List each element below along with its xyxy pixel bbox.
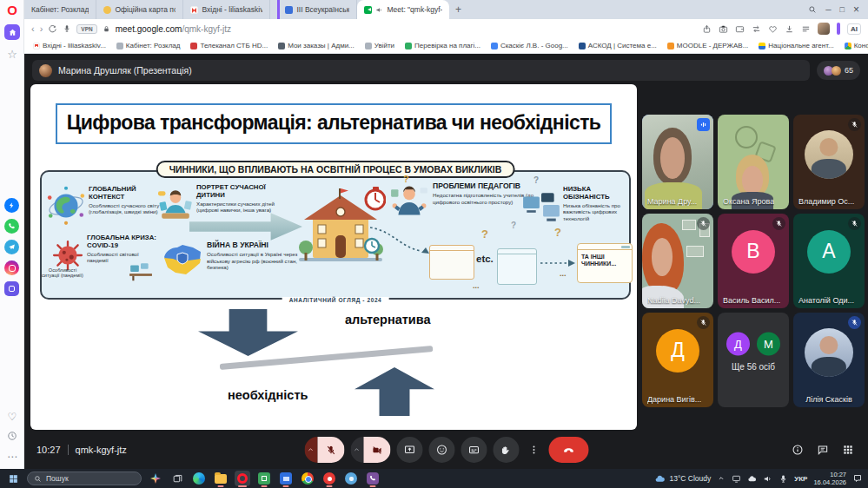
bookmark-item[interactable]: Телеканал СТБ HD...: [190, 42, 268, 49]
participants-pill[interactable]: 65: [817, 61, 860, 80]
camera-off-button[interactable]: [363, 437, 390, 463]
messenger-icon[interactable]: [4, 198, 19, 213]
opera-logo-icon[interactable]: O: [0, 3, 24, 17]
tray-mic-icon[interactable]: [779, 474, 788, 484]
downloads-icon[interactable]: [785, 24, 794, 34]
captions-button[interactable]: [461, 437, 487, 463]
participant-tile[interactable]: Владимир Ос...: [793, 115, 865, 209]
onedrive-icon[interactable]: [747, 474, 757, 484]
present-button[interactable]: [396, 437, 422, 463]
participant-tile[interactable]: Оксана Ярова: [718, 115, 789, 209]
volume-icon[interactable]: [763, 474, 772, 484]
bookmark-item[interactable]: Скаскіє Л.В. - Goog...: [491, 42, 568, 49]
forward-icon[interactable]: ›: [40, 24, 43, 34]
participant-tile[interactable]: Д Дарина Вигів...: [642, 313, 713, 407]
taskbar-app-viber[interactable]: [365, 471, 381, 486]
bookmark-item[interactable]: MOODLE - ДЕРЖАВ...: [667, 42, 749, 49]
reading-list-icon[interactable]: [801, 24, 811, 34]
bookmark-item[interactable]: Перевірка на плагі...: [405, 42, 480, 49]
language-indicator[interactable]: УКР: [794, 475, 807, 483]
notifications-icon[interactable]: [852, 473, 863, 484]
display-icon[interactable]: [732, 474, 741, 484]
bookmark-item[interactable]: Конференція_Мате...: [845, 42, 868, 49]
taskbar-app-green[interactable]: [256, 471, 272, 486]
leave-call-button[interactable]: [548, 437, 588, 463]
participant-tile[interactable]: Nadiia Davyd...: [642, 214, 713, 308]
meeting-details-icon[interactable]: [792, 444, 804, 456]
more-options-button[interactable]: [525, 437, 542, 463]
start-button[interactable]: [5, 471, 21, 486]
aria-sidebar-toggle[interactable]: [837, 23, 840, 35]
activities-grid-icon[interactable]: [842, 444, 854, 456]
taskbar-app-explorer[interactable]: [213, 471, 229, 486]
minimize-button[interactable]: ─: [825, 6, 831, 14]
weather-widget[interactable]: 13°C Cloudy: [654, 473, 711, 485]
maximize-button[interactable]: □: [840, 6, 845, 14]
wallet-icon[interactable]: [735, 24, 745, 34]
camera-control[interactable]: [350, 437, 390, 463]
mic-control[interactable]: [304, 437, 344, 463]
bookmark-item[interactable]: Мои заказы | Адми...: [278, 42, 354, 49]
participant-tile[interactable]: А Анатолій Оди...: [793, 214, 865, 308]
voice-search-icon[interactable]: [63, 24, 71, 33]
bookmark-heart-icon[interactable]: [768, 24, 778, 34]
tab-search-icon[interactable]: [808, 5, 817, 14]
profile-avatar[interactable]: [818, 23, 830, 35]
overflow-tile[interactable]: Д М Ще 56 осіб: [718, 313, 789, 407]
bookmark-item[interactable]: Вхідні - liliaskaskiv...: [33, 42, 106, 49]
taskbar-app-opera[interactable]: [235, 471, 250, 486]
snapshot-icon[interactable]: [719, 24, 728, 34]
reload-icon[interactable]: [48, 24, 57, 34]
sidebar-more-icon[interactable]: [7, 448, 17, 464]
copilot-button[interactable]: [148, 471, 163, 486]
bookmark-item[interactable]: Увійти: [365, 42, 394, 49]
tray-chevron-icon[interactable]: [717, 474, 726, 483]
chat-icon[interactable]: [817, 444, 829, 456]
taskbar-app-blue[interactable]: [278, 471, 294, 486]
mic-options-chevron-icon[interactable]: [304, 437, 317, 463]
taskbar-app-red[interactable]: [321, 471, 337, 486]
ai-badge[interactable]: AI: [847, 23, 861, 35]
participant-tile[interactable]: В Василь Васил...: [718, 214, 789, 308]
reactions-button[interactable]: [428, 437, 454, 463]
bookmarks-button[interactable]: [0, 49, 24, 61]
telegram-icon[interactable]: [4, 240, 19, 254]
url-text[interactable]: meet.google.com/qmk-kgyf-jtz: [116, 24, 231, 34]
address-bar[interactable]: ‹ › VPN meet.google.com/qmk-kgyf-jtz AI: [24, 19, 868, 38]
lock-icon[interactable]: [103, 25, 110, 33]
history-icon[interactable]: [7, 431, 17, 441]
tab-air-map[interactable]: Офіційна карта повітря: [96, 0, 183, 19]
raise-hand-button[interactable]: [493, 437, 519, 463]
tab-gmail[interactable]: Вхідні - liliaskaskiv@gma: [183, 0, 270, 19]
tab-meet-active[interactable]: Meet: "qmk-kgyf-: [357, 0, 449, 19]
favorites-icon[interactable]: [8, 408, 17, 424]
participant-tile[interactable]: Лілія Скасків: [793, 313, 865, 407]
instagram-icon[interactable]: [4, 260, 19, 275]
bookmark-item[interactable]: Національне агент...: [759, 42, 833, 49]
flow-icon[interactable]: [752, 24, 761, 34]
presenter-banner[interactable]: Марина Друшляк (Презентація): [32, 60, 810, 81]
new-tab-button[interactable]: +: [449, 0, 467, 19]
tab-schedule[interactable]: Кабінет: Розклад: [24, 0, 96, 19]
back-icon[interactable]: ‹: [31, 24, 35, 34]
share-icon[interactable]: [702, 24, 712, 34]
taskbar-app-skype[interactable]: [343, 471, 359, 486]
camera-options-chevron-icon[interactable]: [350, 437, 363, 463]
taskbar-app-chrome[interactable]: [300, 471, 315, 486]
sidebar-app-icon[interactable]: [4, 281, 19, 296]
taskbar-clock[interactable]: 10:27 16.04.2026: [813, 471, 846, 487]
close-button[interactable]: ×: [853, 4, 859, 15]
taskbar-app-edge[interactable]: [191, 471, 207, 486]
whatsapp-icon[interactable]: [4, 219, 19, 234]
speed-dial-button[interactable]: [4, 24, 20, 40]
vpn-badge[interactable]: VPN: [76, 24, 96, 34]
task-view-button[interactable]: [169, 471, 185, 486]
participant-tile[interactable]: Марина Дру...: [642, 115, 713, 209]
mic-off-button[interactable]: [317, 437, 344, 463]
tab-conference[interactable]: ІІІ Всеукраїнська конфе: [270, 0, 357, 19]
more-vertical-icon: [527, 444, 540, 456]
taskbar-search[interactable]: Пошук: [27, 472, 142, 485]
bookmark-item[interactable]: Кабінет: Розклад: [116, 42, 181, 49]
tab-audio-icon[interactable]: [375, 6, 383, 14]
bookmark-item[interactable]: АСКОД | Система е...: [579, 42, 657, 49]
